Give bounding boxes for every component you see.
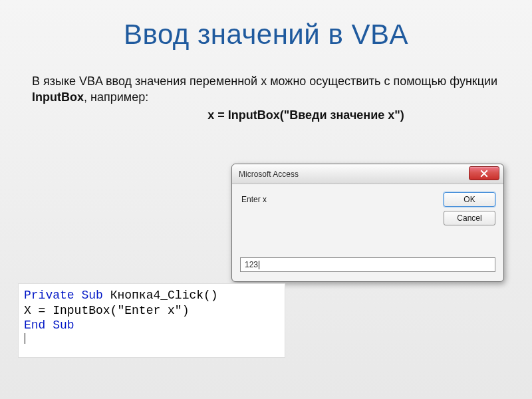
dialog-input-value: 123 xyxy=(245,260,258,269)
close-icon xyxy=(480,170,488,178)
slide-title: Ввод значений в VBA xyxy=(0,0,532,51)
ok-button[interactable]: OK xyxy=(444,192,495,207)
dialog-prompt: Enter x xyxy=(241,195,267,204)
keyword: End Sub xyxy=(24,319,74,332)
keyword: Private Sub xyxy=(24,289,103,302)
desc-text-pre: В языке VBA ввод значения переменной x м… xyxy=(32,74,497,88)
desc-text-post: , например: xyxy=(84,90,148,104)
text-caret xyxy=(259,261,259,269)
code-identifier: Кнопка4_Click() xyxy=(103,289,218,302)
example-line: x = InputBox("Введи значение x") xyxy=(0,108,532,122)
inputbox-dialog: Microsoft Access Enter x OK Cancel 123 xyxy=(231,164,504,282)
dialog-titlebar: Microsoft Access xyxy=(232,164,503,184)
text-caret xyxy=(25,333,25,344)
code-block: Private Sub Кнопка4_Click() X = InputBox… xyxy=(19,284,285,357)
code-text: ) xyxy=(182,304,190,317)
dialog-body: Enter x OK Cancel 123 xyxy=(232,184,503,281)
code-string: "Enter x" xyxy=(117,304,182,317)
code-line-2: X = InputBox("Enter x") xyxy=(24,303,279,319)
dialog-title: Microsoft Access xyxy=(239,170,299,179)
cancel-button[interactable]: Cancel xyxy=(444,211,495,225)
code-line-4 xyxy=(24,333,279,348)
close-button[interactable] xyxy=(469,166,499,180)
code-line-1: Private Sub Кнопка4_Click() xyxy=(24,288,279,303)
description: В языке VBA ввод значения переменной x м… xyxy=(32,73,500,106)
desc-bold: InputBox xyxy=(32,90,84,104)
dialog-input[interactable]: 123 xyxy=(240,257,495,272)
code-line-3: End Sub xyxy=(24,318,279,333)
code-text: X = InputBox( xyxy=(24,304,117,317)
